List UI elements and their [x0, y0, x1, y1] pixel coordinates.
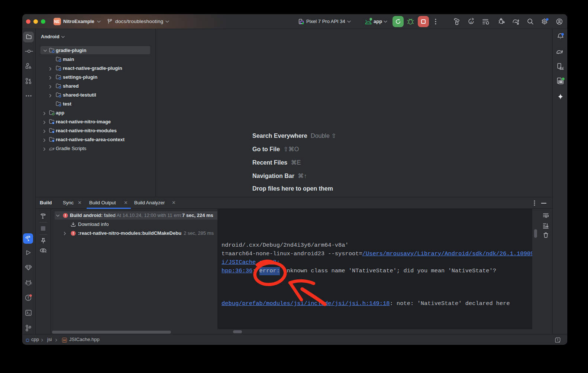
svg-text:A: A	[470, 20, 473, 24]
